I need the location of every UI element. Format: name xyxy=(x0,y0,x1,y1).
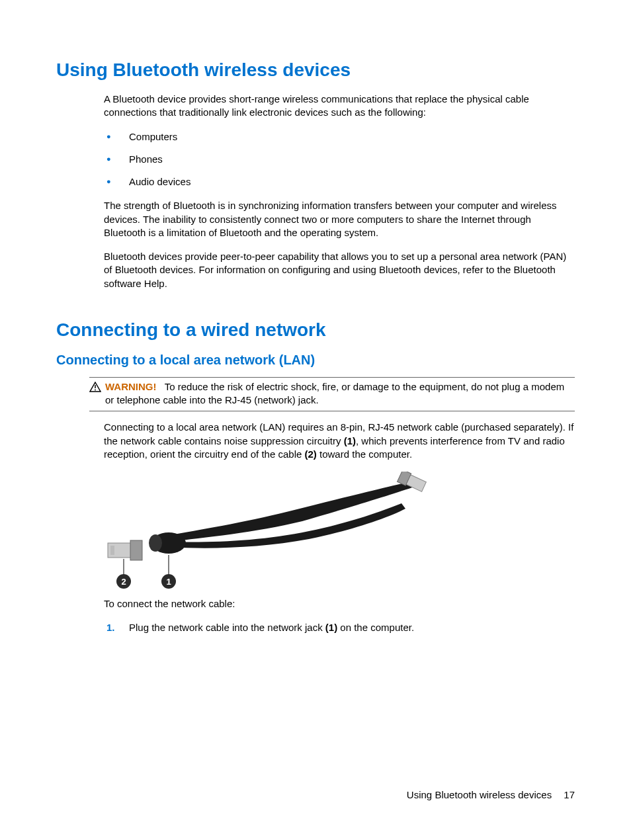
warning-label: WARNING! xyxy=(105,381,157,392)
paragraph-strength: The strength of Bluetooth is in synchron… xyxy=(104,199,575,239)
paragraph-intro: A Bluetooth device provides short-range … xyxy=(104,93,575,120)
paragraph-pan: Bluetooth devices provide peer-to-peer c… xyxy=(104,250,575,290)
page-footer: Using Bluetooth wireless devices 17 xyxy=(407,789,575,800)
paragraph-lan-intro: Connecting to a local area network (LAN)… xyxy=(104,421,575,461)
svg-point-1 xyxy=(95,389,96,390)
subheading-lan: Connecting to a local area network (LAN) xyxy=(56,353,575,368)
bullet-list-devices: Computers Phones Audio devices xyxy=(104,130,575,189)
callout-2: 2 xyxy=(121,577,126,587)
callout-1: 1 xyxy=(166,577,171,587)
list-item: Computers xyxy=(104,130,575,144)
cable-illustration: 2 1 xyxy=(104,472,428,591)
footer-page-number: 17 xyxy=(564,789,575,800)
warning-box: WARNING! To reduce the risk of electric … xyxy=(89,377,575,412)
footer-text: Using Bluetooth wireless devices xyxy=(407,789,552,800)
heading-wired-network: Connecting to a wired network xyxy=(56,319,575,341)
warning-content: WARNING! To reduce the risk of electric … xyxy=(89,380,575,407)
svg-rect-5 xyxy=(130,540,142,560)
list-item: Phones xyxy=(104,153,575,166)
svg-point-3 xyxy=(149,534,162,552)
svg-rect-6 xyxy=(110,546,114,555)
heading-bluetooth: Using Bluetooth wireless devices xyxy=(56,60,575,81)
list-item: Audio devices xyxy=(104,175,575,189)
warning-text: To reduce the risk of electric shock, fi… xyxy=(105,381,564,405)
step-item: 1. Plug the network cable into the netwo… xyxy=(104,621,575,634)
step-number: 1. xyxy=(106,621,115,634)
numbered-steps: 1. Plug the network cable into the netwo… xyxy=(104,621,575,634)
warning-icon xyxy=(89,382,101,395)
caption-connect: To connect the network cable: xyxy=(104,597,575,610)
